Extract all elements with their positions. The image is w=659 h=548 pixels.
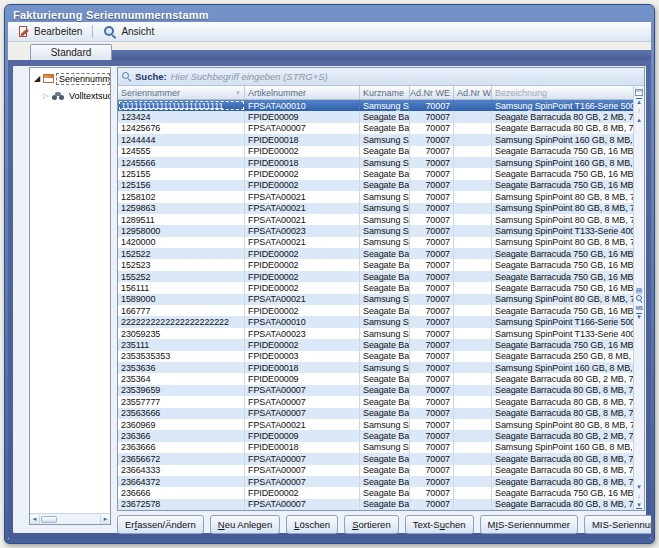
cell-seriennummer: 1244444 <box>118 134 245 145</box>
scroll-left-arrow-icon[interactable]: ◄ <box>30 515 40 524</box>
column-header-seriennummer[interactable]: Seriennummer ▼ <box>118 86 245 99</box>
table-row[interactable]: 23656672FPSATA00007Seagate Ba70007Seagat… <box>118 453 633 464</box>
button-label: ortieren <box>358 519 390 530</box>
column-header-artikelnummer[interactable]: Artikelnummer <box>245 86 360 99</box>
table-row[interactable]: 12958000FPSATA00023Samsung Sp70007Samsun… <box>118 225 633 236</box>
cell-artikelnummer: FPIDE00002 <box>245 168 360 179</box>
table-row[interactable]: 12425676FPSATA00007Seagate Ba70007Seagat… <box>118 123 633 134</box>
column-header-kurzname[interactable]: Kurzname <box>360 86 410 99</box>
text-suchen-button[interactable]: Text-Suchen <box>405 515 474 534</box>
cell-adnr_we: 70007 <box>410 294 454 305</box>
tree-item-volltextsuche[interactable]: ▷ Volltextsuche <box>30 89 110 102</box>
table-row[interactable]: 23664333FPSATA00007Seagate Ba70007Seagat… <box>118 465 633 476</box>
table-row[interactable]: 236366FPIDE00009Seagate Ba70007Seagate B… <box>118 430 633 441</box>
table-row[interactable]: 152522FPIDE00002Seagate Ba70007Seagate B… <box>118 248 633 259</box>
scroll-first-icon[interactable]: ▲ <box>634 98 644 107</box>
table-row[interactable]: 166777FPIDE00002Seagate Ba70007Seagate B… <box>118 305 633 316</box>
sortieren-button[interactable]: Sortieren <box>344 515 399 534</box>
table-row[interactable]: 1245566FPIDE00018Samsung Sp70007Samsung … <box>118 157 633 168</box>
column-header-adnr-wa[interactable]: Ad.Nr WA <box>454 86 492 99</box>
table-row[interactable]: 23563666FPSATA00007Seagate Ba70007Seagat… <box>118 408 633 419</box>
table-row[interactable]: 125155FPIDE00002Seagate Ba70007Seagate B… <box>118 168 633 179</box>
cell-seriennummer: 23539659 <box>118 385 245 396</box>
cell-kurzname: Seagate Ba <box>360 465 410 476</box>
search-input[interactable] <box>171 68 644 85</box>
table-row[interactable]: 1589000FPSATA00021Samsung Sp70007Samsung… <box>118 294 633 305</box>
cell-artikelnummer: FPIDE00009 <box>245 111 360 122</box>
table-row[interactable]: 23539659FPSATA00007Seagate Ba70007Seagat… <box>118 385 633 396</box>
tab-standard[interactable]: Standard <box>30 44 112 60</box>
table-row[interactable]: 23557777FPSATA00007Seagate Ba70007Seagat… <box>118 396 633 407</box>
table-row[interactable]: 111111111111111111111111FPSATA00010Samsu… <box>118 100 633 111</box>
table-row[interactable]: 23059235FPSATA00023Samsung Sp70007Samsun… <box>118 328 633 339</box>
column-header-bezeichnung[interactable]: Bezeichnung <box>492 86 633 99</box>
table-row[interactable]: 156111FPIDE00002Seagate Ba70007Seagate B… <box>118 282 633 293</box>
table-row[interactable]: 2353535353FPIDE00003Seagate Ba70007Seaga… <box>118 351 633 362</box>
table-row[interactable]: 1420000FPSATA00021Samsung Sp70007Samsung… <box>118 237 633 248</box>
table-row[interactable]: 155252FPIDE00002Seagate Ba70007Seagate B… <box>118 271 633 282</box>
cell-bezeichnung: Samsung SpinPoint 80 GB, 8 MB, 7200, S- <box>492 419 633 430</box>
grid-search-icon[interactable] <box>634 295 644 304</box>
cell-seriennummer: 156111 <box>118 282 245 293</box>
cell-kurzname: Samsung Sp <box>360 203 410 214</box>
table-row[interactable]: 1258102FPSATA00021Samsung Sp70007Samsung… <box>118 191 633 202</box>
cell-seriennummer: 1259863 <box>118 203 245 214</box>
cell-adnr_wa <box>454 419 492 430</box>
table-row[interactable]: 123424FPIDE00009Seagate Ba70007Seagate B… <box>118 111 633 122</box>
binoculars-icon <box>52 92 65 100</box>
table-row[interactable]: 1244444FPIDE00018Samsung Sp70007Samsung … <box>118 134 633 145</box>
table-row[interactable]: 2360969FPSATA00021Samsung Sp70007Samsung… <box>118 419 633 430</box>
cell-bezeichnung: Samsung SpinPoint 160 GB, 8 MB, 7200 <box>492 442 633 453</box>
table-row[interactable]: 152523FPIDE00002Seagate Ba70007Seagate B… <box>118 259 633 270</box>
table-row[interactable]: 125156FPIDE00002Seagate Ba70007Seagate B… <box>118 180 633 191</box>
cell-seriennummer: 1420000 <box>118 237 245 248</box>
scroll-last-icon[interactable]: ▼ <box>634 501 644 510</box>
table-row[interactable]: 1259863FPSATA00021Samsung Sp70007Samsung… <box>118 203 633 214</box>
menu-bearbeiten-label: Bearbeiten <box>34 26 82 37</box>
cell-kurzname: Samsung Sp <box>360 442 410 453</box>
scroll-prev-icon[interactable]: ▲ <box>634 116 644 125</box>
cell-seriennummer: 124555 <box>118 146 245 157</box>
table-row[interactable]: 2353636FPIDE00018Samsung Sp70007Samsung … <box>118 362 633 373</box>
neu-anlegen-button[interactable]: Neu Anlegen <box>210 515 280 534</box>
button-label: öschen <box>299 519 330 530</box>
table-row[interactable]: 235111FPIDE00002Seagate Ba70007Seagate B… <box>118 339 633 350</box>
menu-ansicht[interactable]: Ansicht <box>97 23 160 40</box>
filter-icon[interactable]: ▼ <box>634 313 644 322</box>
scroll-down-icon[interactable]: ▼ <box>634 483 644 492</box>
loeschen-button[interactable]: Löschen <box>286 515 338 534</box>
scrollbar-thumb[interactable] <box>41 516 57 523</box>
card-view-icon[interactable]: ▤ <box>634 286 644 295</box>
mis-seriennummer-button[interactable]: MIS-Seriennummer <box>480 515 578 534</box>
cell-artikelnummer: FPSATA00021 <box>245 237 360 248</box>
sort-icon: ▼ <box>233 90 241 96</box>
tree-expanded-icon[interactable]: ◢ <box>33 75 41 83</box>
scroll-next-icon[interactable]: ↓ <box>634 492 644 501</box>
menu-bearbeiten[interactable]: Bearbeiten <box>12 24 88 40</box>
cell-adnr_we: 70007 <box>410 362 454 373</box>
table-row[interactable]: 2363666FPIDE00018Samsung Sp70007Samsung … <box>118 442 633 453</box>
mis-seriennummernbewegungen-button[interactable]: MIS-Seriennummernbewegungen <box>584 515 651 534</box>
cell-kurzname: Seagate Ba <box>360 339 410 350</box>
cell-adnr_wa <box>454 453 492 464</box>
cell-adnr_we: 70007 <box>410 271 454 282</box>
tab-strip: Standard <box>8 42 651 60</box>
table-row[interactable]: 23672578FPSATA00007Seagate Ba70007Seagat… <box>118 499 633 510</box>
cell-kurzname: Seagate Ba <box>360 271 410 282</box>
column-header-adnr-we[interactable]: Ad.Nr WE <box>410 86 454 99</box>
mis-icon[interactable]: MS <box>634 304 644 313</box>
scroll-up-icon[interactable]: ↑ <box>634 107 644 116</box>
table-row[interactable]: 1289511FPSATA00021Samsung Sp70007Samsung… <box>118 214 633 225</box>
table-row[interactable]: 2222222222222222222222FPSATA00010Samsung… <box>118 316 633 327</box>
table-row[interactable]: 124555FPIDE00002Seagate Ba70007Seagate B… <box>118 146 633 157</box>
column-chooser-icon[interactable] <box>635 89 643 96</box>
table-row[interactable]: 23664372FPSATA00007Seagate Ba70007Seagat… <box>118 476 633 487</box>
table-row[interactable]: 235364FPIDE00009Seagate Ba70007Seagate B… <box>118 373 633 384</box>
scroll-right-arrow-icon[interactable]: ► <box>100 515 110 524</box>
table-row[interactable]: 236666FPIDE00002Seagate Ba70007Seagate B… <box>118 487 633 498</box>
tree-item-seriennummernauswahl[interactable]: ◢ Seriennummernauswahl <box>30 72 110 85</box>
cell-bezeichnung: Seagate Barracuda 80 GB, 8 MB, 7200, NC <box>492 123 633 134</box>
tree-hscrollbar[interactable]: ◄ ► <box>30 513 110 524</box>
erfassen-aendern-button[interactable]: Erfassen/Ändern <box>117 515 204 534</box>
tree-collapsed-icon[interactable]: ▷ <box>42 92 50 100</box>
